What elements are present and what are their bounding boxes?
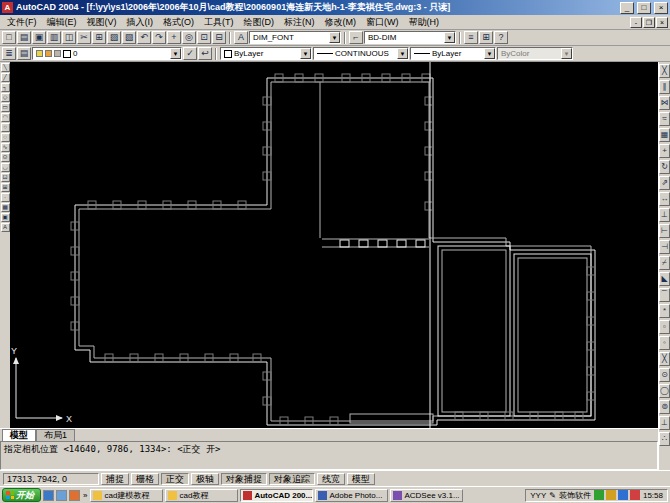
pan-realtime-icon[interactable]: + [167,31,181,44]
show-desktop-icon[interactable] [56,490,67,501]
taskbar-clock[interactable]: 15:58 [643,491,663,500]
open-icon[interactable]: ▤ [17,31,31,44]
ellipse-arc-icon[interactable]: ◡ [1,163,10,172]
snap-intersection-icon[interactable]: ╳ [659,352,670,366]
line-icon[interactable]: ╲ [1,63,10,72]
close-button[interactable]: × [654,2,668,14]
copy-clip-icon[interactable]: ⊞ [92,31,106,44]
menu-insert[interactable]: 插入(I) [122,15,159,30]
undo-icon[interactable]: ↶ [137,31,151,44]
tray-app-3-icon[interactable] [618,490,628,500]
dim-style-dropdown[interactable]: BD-DIM ▼ [364,31,456,44]
menu-tools[interactable]: 工具(T) [199,15,239,30]
status-toggle-snap[interactable]: 捕捉 [101,473,129,485]
pen-icon[interactable]: ✎ [549,491,556,500]
zoom-realtime-icon[interactable]: ◎ [182,31,196,44]
make-block-icon[interactable]: ⊞ [1,183,10,192]
media-player-icon[interactable] [69,490,80,501]
copy-object-icon[interactable]: ∥ [659,80,670,94]
ellipse-icon[interactable]: ⊙ [1,153,10,162]
chevron-down-icon[interactable]: ▼ [329,32,340,43]
make-layer-current-icon[interactable]: ✓ [183,47,197,60]
status-toggle-ortho[interactable]: 正交 [161,473,189,485]
trim-icon[interactable]: ⊥ [659,208,670,222]
command-line[interactable]: 指定相机位置 <14640, 9786, 1334>: <正交 开> [0,441,658,470]
color-dropdown[interactable]: ByLayer ▼ [220,47,312,60]
polygon-icon[interactable]: ◇ [1,93,10,102]
status-toggle-polar[interactable]: 极轴 [191,473,219,485]
doc-close-button[interactable]: × [656,17,668,28]
status-toggle-otrack[interactable]: 对象追踪 [269,473,315,485]
break-icon[interactable]: ⌿ [659,256,670,270]
zoom-window-icon[interactable]: ⊡ [197,31,211,44]
layer-manager-icon[interactable]: ≣ [2,47,16,60]
lineweight-dropdown[interactable]: ByLayer ▼ [410,47,496,60]
menu-modify[interactable]: 修改(M) [320,15,362,30]
zoom-previous-icon[interactable]: ⊟ [212,31,226,44]
menu-draw[interactable]: 绘图(D) [239,15,280,30]
designcenter-icon[interactable]: ⊞ [479,31,493,44]
task-autocad[interactable]: AutoCAD 200... [240,489,313,502]
hatch-icon[interactable]: ▦ [1,203,10,212]
cut-icon[interactable]: ✂ [77,31,91,44]
fillet-icon[interactable]: ⌒ [659,288,670,302]
chevron-down-icon[interactable]: ▼ [170,48,181,59]
layer-states-icon[interactable]: ▤ [17,47,31,60]
text-style-icon[interactable]: A [234,31,248,44]
minimize-button[interactable]: _ [620,2,634,14]
construction-line-icon[interactable]: ╱ [1,73,10,82]
snap-nearest-icon[interactable]: ∴ [659,432,670,446]
snap-midpoint-icon[interactable]: ◦ [659,336,670,350]
plot-icon[interactable]: ▥ [47,31,61,44]
doc-restore-button[interactable]: ❐ [643,17,655,28]
maximize-button[interactable]: □ [637,2,651,14]
region-icon[interactable]: ▣ [1,213,10,222]
status-toggle-osnap[interactable]: 对象捕捉 [221,473,267,485]
model-space-viewport[interactable]: XY [10,62,658,428]
scale-icon[interactable]: ⇗ [659,176,670,190]
properties-icon[interactable]: ≡ [464,31,478,44]
task-cad-modeling-tutorial[interactable]: cad建模教程 [90,489,163,502]
chevron-down-icon[interactable]: ▼ [444,32,455,43]
revision-cloud-icon[interactable]: ◌ [1,133,10,142]
snap-quadrant-icon[interactable]: ◯ [659,384,670,398]
menu-edit[interactable]: 编辑(E) [42,15,82,30]
paste-icon[interactable]: ▨ [107,31,121,44]
task-photoshop[interactable]: Adobe Photo... [315,489,388,502]
array-icon[interactable]: ▦ [659,128,670,142]
linetype-dropdown[interactable]: CONTINUOUS ▼ [313,47,409,60]
chevron-down-icon[interactable]: ▼ [397,48,408,59]
plot-preview-icon[interactable]: ◫ [62,31,76,44]
tray-app-label[interactable]: 装饰软件 [559,490,591,501]
chamfer-icon[interactable]: ◣ [659,272,670,286]
point-icon[interactable]: ∙ [1,193,10,202]
arc-icon[interactable]: ◠ [1,113,10,122]
internet-explorer-icon[interactable] [43,490,54,501]
rectangle-icon[interactable]: ▭ [1,103,10,112]
chevron-down-icon[interactable]: ▼ [484,48,495,59]
layer-dropdown[interactable]: 0 ▼ [32,47,182,60]
quick-launch-overflow-icon[interactable]: » [82,491,88,500]
tray-app-2-icon[interactable] [606,490,616,500]
status-toggle-model[interactable]: 模型 [347,473,375,485]
stretch-icon[interactable]: ↔ [659,192,670,206]
snap-center-icon[interactable]: ⊙ [659,368,670,382]
doc-minimize-button[interactable]: - [630,17,642,28]
snap-perpendicular-icon[interactable]: ⊥ [659,416,670,430]
menu-help[interactable]: 帮助(H) [404,15,445,30]
mirror-icon[interactable]: ⋈ [659,96,670,110]
floor-plan-drawing[interactable]: XY [10,62,658,428]
rotate-icon[interactable]: ↻ [659,160,670,174]
polyline-icon[interactable]: ┐ [1,83,10,92]
chevron-down-icon[interactable]: ▼ [300,48,311,59]
tab-layout1[interactable]: 布局1 [36,429,75,441]
snap-tangent-icon[interactable]: ⊚ [659,400,670,414]
start-button[interactable]: 开始 [2,488,41,502]
move-icon[interactable]: + [659,144,670,158]
match-properties-icon[interactable]: ▧ [122,31,136,44]
save-icon[interactable]: ▣ [32,31,46,44]
tab-model[interactable]: 模型 [2,429,36,441]
dim-style-icon[interactable]: ⌐ [349,31,363,44]
language-indicator[interactable]: YYY [530,491,546,500]
spline-icon[interactable]: ∿ [1,143,10,152]
